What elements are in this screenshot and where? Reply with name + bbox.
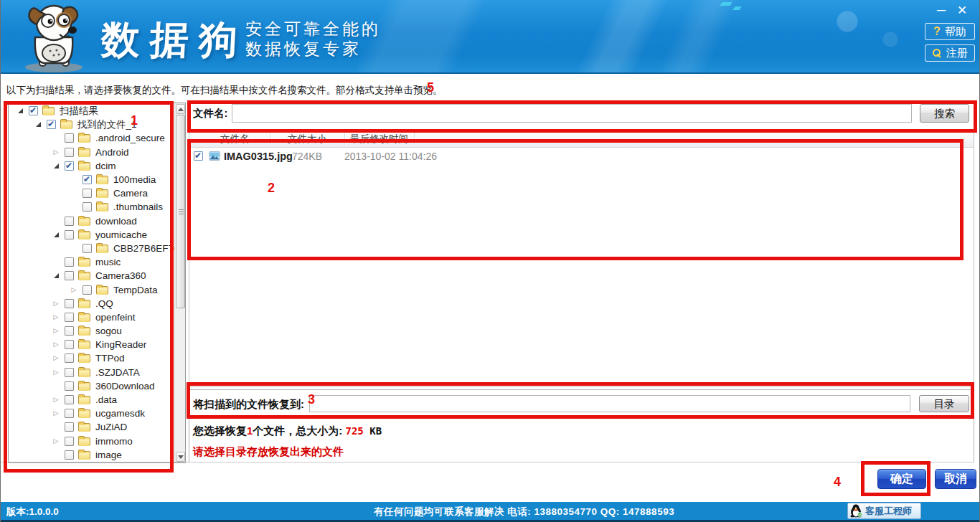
tree-item-label[interactable]: 扫描结果 [60, 105, 98, 118]
tree-item-label[interactable]: dcim [95, 161, 116, 171]
collapsed-arrow-icon[interactable]: ▷ [50, 353, 62, 364]
tree-item-label[interactable]: KingReader [95, 339, 146, 350]
collapsed-arrow-icon[interactable]: ▷ [50, 435, 62, 447]
minimize-button[interactable]: ─ [933, 4, 949, 18]
tree-item-label[interactable]: Camera [113, 188, 148, 199]
tree-item-label[interactable]: .android_secure [95, 133, 165, 143]
tree-item-label[interactable]: .data [95, 394, 117, 405]
expanded-arrow-icon[interactable] [32, 119, 44, 130]
unchecked-checkbox[interactable] [65, 381, 74, 391]
recover-path-input[interactable] [309, 395, 910, 412]
expanded-arrow-icon[interactable] [50, 270, 62, 282]
unchecked-checkbox[interactable] [65, 133, 74, 143]
tree-item-Android[interactable]: ▷Android [9, 146, 175, 159]
collapsed-arrow-icon[interactable]: ▷ [50, 298, 62, 309]
file-row-IMAG0315.jpg[interactable]: IMAG0315.jpg724KB2013-10-02 11:04:26 [189, 148, 974, 166]
tree-item-ucgamesdk[interactable]: ▷ucgamesdk [9, 407, 175, 420]
tree-item-Camera[interactable]: Camera [9, 186, 175, 200]
tree-item-immomo[interactable]: ▷immomo [9, 435, 175, 448]
unchecked-checkbox[interactable] [83, 285, 92, 295]
tree-item-image[interactable]: image [9, 448, 175, 462]
tree-item-label[interactable]: download [95, 216, 137, 227]
unchecked-checkbox[interactable] [65, 409, 74, 418]
unchecked-checkbox[interactable] [65, 340, 74, 349]
unchecked-checkbox[interactable] [65, 313, 74, 322]
customer-service-button[interactable]: 客服工程师 [847, 503, 921, 519]
tree-item-sogou[interactable]: ▷sogou [9, 324, 175, 338]
collapsed-arrow-icon[interactable]: ▷ [50, 394, 62, 406]
tree-item-label[interactable]: immomo [95, 436, 133, 447]
tree-item-KingReader[interactable]: ▷KingReader [9, 338, 175, 351]
collapsed-arrow-icon[interactable]: ▷ [50, 366, 62, 378]
close-button[interactable]: ✕ [954, 4, 970, 18]
tree-item-openfeint[interactable]: ▷openfeint [9, 310, 175, 324]
tree-item-JuZiAD[interactable]: JuZiAD [9, 420, 175, 434]
unchecked-checkbox[interactable] [65, 450, 74, 460]
tree-item-download[interactable]: download [9, 214, 175, 228]
tree-item-label[interactable]: TTPod [95, 353, 125, 364]
checked-checkbox[interactable] [65, 161, 74, 171]
tree-item-label[interactable]: .thumbnails [113, 201, 163, 212]
tree-item-TTPod[interactable]: ▷TTPod [9, 351, 175, 365]
tree-item-Camera360[interactable]: Camera360 [9, 269, 175, 283]
column-header-size[interactable]: 文件大小 [288, 133, 326, 146]
tree-scrollbar[interactable] [174, 103, 185, 462]
unchecked-checkbox[interactable] [65, 230, 74, 239]
unchecked-checkbox[interactable] [83, 202, 92, 212]
tree-item-label[interactable]: TempData [113, 285, 158, 295]
tree-item-label[interactable]: youmicache [95, 229, 147, 240]
collapsed-arrow-icon[interactable]: ▷ [50, 311, 62, 323]
unchecked-checkbox[interactable] [65, 437, 74, 446]
unchecked-checkbox[interactable] [83, 244, 92, 253]
tree-item-label[interactable]: openfeint [95, 312, 136, 323]
collapsed-arrow-icon[interactable]: ▷ [50, 326, 62, 337]
tree-item-360Download[interactable]: 360Download [9, 379, 175, 393]
tree-item-label[interactable]: 360Download [95, 381, 155, 392]
unchecked-checkbox[interactable] [65, 368, 74, 377]
unchecked-checkbox[interactable] [83, 189, 92, 198]
tree-item-label[interactable]: sogou [95, 326, 122, 336]
expanded-arrow-icon[interactable] [50, 160, 62, 171]
tree-item-label[interactable]: ucgamesdk [95, 408, 145, 419]
tree-item-.SZJDATA[interactable]: ▷.SZJDATA [9, 366, 175, 379]
unchecked-checkbox[interactable] [65, 326, 74, 336]
tree-item-找到的文件_1[interactable]: 找到的文件_1 [9, 118, 175, 131]
tree-item-label[interactable]: music [95, 257, 121, 267]
tree-item-.android_secure[interactable]: .android_secure [9, 131, 175, 145]
ok-button[interactable]: 确定 [877, 469, 926, 489]
filename-search-input[interactable] [232, 104, 912, 123]
tree-item-label[interactable]: image [95, 450, 122, 460]
file-name[interactable]: IMAG0315.jpg [224, 151, 293, 162]
unchecked-checkbox[interactable] [65, 148, 74, 157]
collapsed-arrow-icon[interactable]: ▷ [68, 284, 80, 295]
tree-item-label[interactable]: JuZiAD [95, 422, 127, 432]
tree-item-label[interactable]: .SZJDATA [95, 367, 140, 378]
checked-checkbox[interactable] [47, 120, 56, 129]
tree-item-youmicache[interactable]: youmicache [9, 228, 175, 242]
checked-checkbox[interactable] [83, 175, 92, 184]
tree-item-label[interactable]: Android [95, 147, 129, 158]
unchecked-checkbox[interactable] [65, 422, 74, 432]
unchecked-checkbox[interactable] [65, 257, 74, 267]
scroll-up-button[interactable] [176, 104, 185, 114]
tree-item-label[interactable]: 100media [113, 174, 156, 185]
collapsed-arrow-icon[interactable]: ▷ [50, 408, 62, 419]
expanded-arrow-icon[interactable] [14, 105, 26, 117]
scrollbar-thumb[interactable] [176, 115, 185, 308]
checked-checkbox[interactable] [29, 106, 38, 115]
directory-button[interactable]: 目录 [919, 395, 969, 412]
unchecked-checkbox[interactable] [65, 299, 74, 308]
unchecked-checkbox[interactable] [65, 353, 74, 363]
tree-item-100media[interactable]: 100media [9, 173, 175, 186]
search-button[interactable]: 搜索 [920, 104, 969, 123]
column-header-name[interactable]: 文件名 [220, 133, 250, 146]
checked-checkbox[interactable] [194, 151, 203, 161]
expanded-arrow-icon[interactable] [50, 229, 62, 240]
tree-item-.thumbnails[interactable]: .thumbnails [9, 200, 175, 214]
tree-item-music[interactable]: music [9, 255, 175, 269]
tree-item-CBB27B6EF764...[interactable]: CBB27B6EF764... [9, 242, 175, 255]
column-header-modified[interactable]: 最后修改时间 [350, 133, 408, 146]
unchecked-checkbox[interactable] [65, 395, 74, 404]
register-button[interactable]: 注册 [925, 44, 975, 62]
tree-item-.QQ[interactable]: ▷.QQ [9, 297, 175, 310]
